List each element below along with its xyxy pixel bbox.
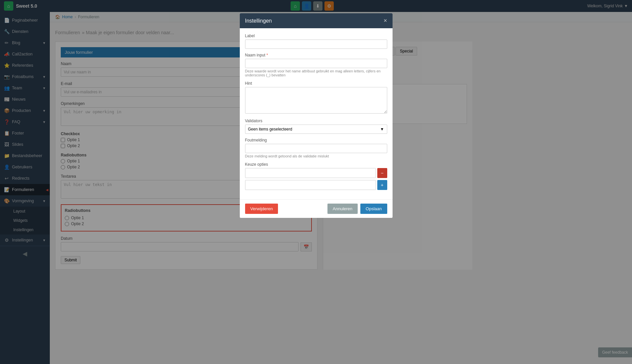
modal-hint-label: Hint [245, 81, 387, 86]
naam-input-hint: Deze waarde wordt voor het name attribuu… [245, 69, 387, 77]
modal-close-icon[interactable]: × [384, 17, 387, 24]
foutmelding-hint: Deze melding wordt getoond als de valida… [245, 154, 387, 158]
opslaan-button[interactable]: Opslaan [360, 204, 387, 214]
keuze-optie-1: Optie 1 − [245, 168, 387, 178]
modal-keuze-opties-label: Keuze opties [245, 162, 387, 167]
required-indicator: * [266, 53, 268, 57]
modal-footer-right: Annuleren Opslaan [327, 204, 387, 214]
modal-hint-field: Hint [245, 81, 387, 115]
modal-naam-input-label: Naam input * [245, 53, 387, 57]
chevron-down-icon: ▼ [380, 127, 384, 132]
modal-foutmelding-input[interactable] [245, 144, 387, 153]
modal-naam-input-field: Naam input * radiobuttons_74 Deze waarde… [245, 53, 387, 77]
verwijderen-button[interactable]: Verwijderen [245, 204, 278, 214]
annuleren-button[interactable]: Annuleren [327, 204, 358, 214]
settings-modal: Instellingen × Label Radiobuttons Naam i… [240, 13, 393, 218]
keuze-opt2-input[interactable]: Optie 2 [245, 180, 376, 190]
modal-header: Instellingen × [240, 13, 393, 28]
validators-dropdown[interactable]: Geen items geselecteerd ▼ [245, 125, 387, 134]
modal-footer: Verwijderen Annuleren Opslaan [240, 199, 393, 218]
modal-foutmelding-field: Foutmelding Deze melding wordt getoond a… [245, 138, 387, 158]
modal-title: Instellingen [245, 18, 272, 24]
keuze-optie-2: Optie 2 + [245, 180, 387, 190]
keuze-opt1-remove-button[interactable]: − [377, 168, 387, 178]
modal-label-input[interactable]: Radiobuttons [245, 40, 387, 49]
modal-overlay: Instellingen × Label Radiobuttons Naam i… [0, 0, 632, 364]
modal-keuze-opties-field: Keuze opties Optie 1 − Optie 2 + [245, 162, 387, 190]
modal-naam-input[interactable]: radiobuttons_74 [245, 59, 387, 68]
keuze-opt2-add-button[interactable]: + [377, 180, 387, 190]
keuze-opt1-input[interactable]: Optie 1 [245, 168, 376, 178]
modal-validators-field: Validators Geen items geselecteerd ▼ [245, 119, 387, 134]
modal-body: Label Radiobuttons Naam input * radiobut… [240, 28, 393, 199]
modal-validators-label: Validators [245, 119, 387, 123]
modal-label-field: Label Radiobuttons [245, 34, 387, 49]
modal-foutmelding-label: Foutmelding [245, 138, 387, 142]
modal-label-label: Label [245, 34, 387, 38]
modal-hint-textarea[interactable] [245, 87, 387, 114]
